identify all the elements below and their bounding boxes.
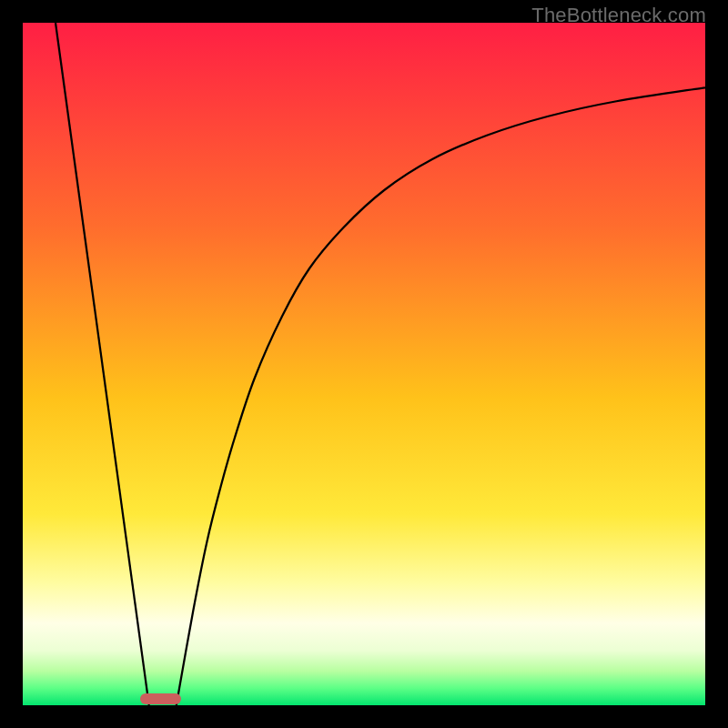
plot-area <box>23 23 705 705</box>
optimal-marker <box>140 693 181 704</box>
watermark-text: TheBottleneck.com <box>531 4 706 27</box>
bottleneck-curve <box>23 23 705 705</box>
chart-frame: TheBottleneck.com <box>0 0 728 728</box>
